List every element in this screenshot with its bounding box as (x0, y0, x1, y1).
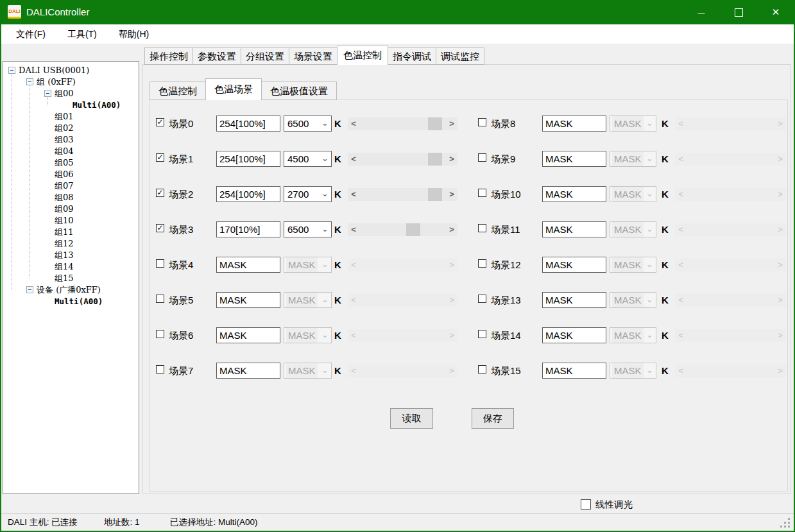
chevron-down-icon: ⌄ (646, 221, 653, 236)
scene-scrollbar: < > (675, 259, 786, 271)
kelvin-dropdown-value: MASK (612, 222, 644, 237)
kelvin-unit-label: K (662, 327, 669, 343)
scrollbar-right-arrow-icon: > (774, 153, 786, 166)
scene-value-input[interactable] (542, 292, 606, 308)
linear-dimming-checkbox[interactable] (581, 499, 591, 510)
status-address-count: 地址数: 1 (104, 514, 140, 531)
subtab-2[interactable]: 色温极值设置 (261, 82, 337, 100)
scene-checkbox[interactable] (478, 224, 486, 232)
scene-value-input[interactable] (542, 363, 606, 379)
kelvin-dropdown-value: MASK (612, 116, 644, 131)
read-button[interactable]: 读取 (390, 408, 433, 429)
chevron-down-icon: ⌄ (646, 186, 653, 201)
window-border-left (0, 24, 1, 532)
chevron-down-icon: ⌄ (646, 292, 653, 307)
kelvin-dropdown-value: MASK (612, 293, 644, 307)
scene-label: 场景15 (491, 363, 521, 379)
status-selected-address: 已选择地址: Multi(A00) (170, 514, 258, 531)
tab-6[interactable]: 调试监控 (436, 47, 484, 65)
subtab-0[interactable]: 色温控制 (150, 82, 206, 100)
tab-2[interactable]: 分组设置 (241, 47, 289, 65)
tree-item-label: DALI USB(0001) (19, 65, 89, 76)
subtab-1[interactable]: 色温场景 (205, 78, 262, 100)
scrollbar-left-arrow-icon: < (675, 365, 687, 377)
tree-expander-collapse-icon[interactable] (8, 67, 15, 74)
scrollbar-left-arrow-icon: < (675, 153, 687, 166)
scene-checkbox[interactable] (478, 295, 486, 303)
tab-5[interactable]: 指令调试 (388, 47, 436, 65)
scene-value-input[interactable] (542, 257, 606, 273)
chevron-down-icon: ⌄ (646, 151, 653, 166)
scrollbar-track (687, 259, 774, 271)
scrollbar-left-arrow-icon: < (675, 329, 687, 342)
scene-row: 场景11 MASK ⌄ K < > (0, 221, 795, 238)
scrollbar-left-arrow-icon: < (675, 117, 687, 130)
scene-row: 场景12 MASK ⌄ K < > (0, 257, 795, 273)
tree-item[interactable]: DALI USB(0001) (3, 65, 139, 76)
scene-label: 场景13 (491, 292, 521, 308)
main-tabstrip: 操作控制参数设置分组设置场景设置色温控制指令调试调试监控 (144, 46, 484, 65)
scene-row: 场景9 MASK ⌄ K < > (0, 151, 795, 167)
tree-item-label: 组12 (55, 238, 74, 250)
scene-checkbox[interactable] (478, 259, 486, 268)
scene-checkbox[interactable] (478, 153, 486, 162)
tab-3[interactable]: 场景设置 (289, 47, 338, 65)
chevron-down-icon: ⌄ (646, 116, 653, 130)
close-icon: ✕ (772, 6, 780, 18)
tree-item[interactable]: 组03 (3, 134, 139, 146)
scene-scrollbar: < > (675, 365, 786, 377)
kelvin-unit-label: K (662, 151, 669, 167)
linear-dimming-label: 线性调光 (595, 498, 633, 511)
tab-0[interactable]: 操作控制 (144, 47, 193, 65)
tree-item[interactable]: 组09 (3, 203, 139, 215)
save-button[interactable]: 保存 (472, 408, 514, 429)
tree-expander-collapse-icon[interactable] (26, 78, 33, 85)
scrollbar-right-arrow-icon: > (774, 365, 786, 377)
scene-value-input[interactable] (542, 151, 606, 167)
tree-item[interactable]: 组06 (3, 169, 139, 180)
minimize-button[interactable]: ─ (683, 0, 720, 24)
menu-item[interactable]: 工具(T) (56, 24, 108, 44)
tree-item[interactable]: 组15 (3, 273, 139, 284)
scrollbar-right-arrow-icon: > (774, 259, 786, 271)
tree-item[interactable]: 组00 (3, 88, 139, 99)
minimize-icon: ─ (698, 7, 705, 18)
scene-checkbox[interactable] (478, 118, 486, 126)
scrollbar-right-arrow-icon: > (774, 117, 786, 130)
kelvin-unit-label: K (662, 221, 669, 237)
scene-value-input[interactable] (542, 116, 606, 132)
window-title: DALIController (26, 0, 89, 24)
scene-value-input[interactable] (542, 221, 606, 237)
menu-item[interactable]: 文件(F) (5, 24, 56, 44)
scene-value-input[interactable] (542, 327, 606, 343)
app-icon: DALI (8, 5, 21, 19)
tab-4[interactable]: 色温控制 (337, 46, 388, 65)
scrollbar-left-arrow-icon: < (675, 259, 687, 271)
scene-checkbox[interactable] (478, 189, 486, 197)
scrollbar-track (687, 294, 774, 307)
resize-grip[interactable] (788, 526, 790, 528)
menubar: 文件(F)工具(T)帮助(H) (1, 24, 794, 44)
scene-checkbox[interactable] (478, 365, 486, 373)
tree-item[interactable]: 组12 (3, 238, 139, 250)
scene-row: 场景8 MASK ⌄ K < > (0, 116, 795, 132)
maximize-button[interactable] (720, 0, 757, 24)
kelvin-dropdown-value: MASK (612, 328, 644, 343)
scene-value-input[interactable] (542, 186, 606, 202)
tree-item[interactable]: 组 (0xFF) (3, 76, 139, 88)
scene-checkbox[interactable] (478, 330, 486, 338)
tab-1[interactable]: 参数设置 (192, 47, 241, 65)
tree-item-label: 组15 (55, 273, 74, 284)
menu-item[interactable]: 帮助(H) (108, 24, 160, 44)
chevron-down-icon: ⌄ (646, 363, 653, 377)
status-host: DALI 主机: 已连接 (8, 514, 78, 531)
tree-item[interactable]: Multi(A00) (3, 99, 139, 111)
scrollbar-left-arrow-icon: < (675, 188, 687, 201)
scene-label: 场景10 (491, 186, 521, 202)
tree-expander-collapse-icon[interactable] (44, 90, 51, 97)
scene-scrollbar: < > (675, 329, 786, 342)
close-button[interactable]: ✕ (757, 0, 794, 24)
scene-scrollbar: < > (675, 117, 786, 130)
scene-row: 场景13 MASK ⌄ K < > (0, 292, 795, 309)
kelvin-dropdown-value: MASK (612, 187, 644, 202)
